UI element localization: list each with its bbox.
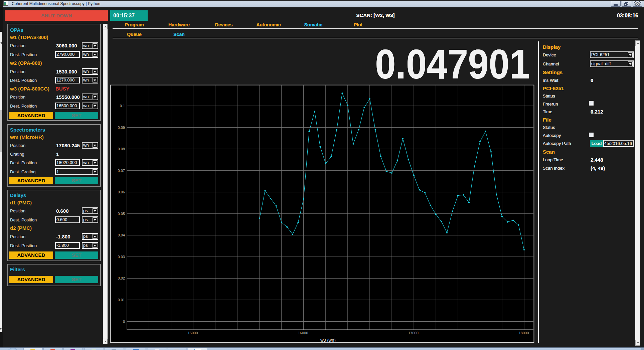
svg-text:0: 0 — [123, 320, 125, 324]
svg-text:0.06: 0.06 — [118, 190, 125, 194]
svg-text:w3 (wn): w3 (wn) — [320, 338, 336, 343]
svg-text:0.02: 0.02 — [118, 276, 125, 280]
svg-text:0.05: 0.05 — [118, 212, 125, 216]
svg-text:0.01: 0.01 — [118, 298, 125, 302]
svg-text:0.04: 0.04 — [118, 233, 125, 237]
svg-text:0.1: 0.1 — [120, 104, 125, 108]
svg-text:0.08: 0.08 — [118, 147, 125, 151]
svg-text:0.09: 0.09 — [118, 126, 125, 130]
svg-text:16000: 16000 — [298, 331, 308, 335]
svg-text:0.07: 0.07 — [118, 169, 125, 173]
svg-text:17000: 17000 — [408, 331, 419, 335]
svg-text:0.03: 0.03 — [118, 255, 125, 259]
svg-text:18000: 18000 — [519, 331, 529, 335]
svg-text:15000: 15000 — [188, 331, 198, 335]
